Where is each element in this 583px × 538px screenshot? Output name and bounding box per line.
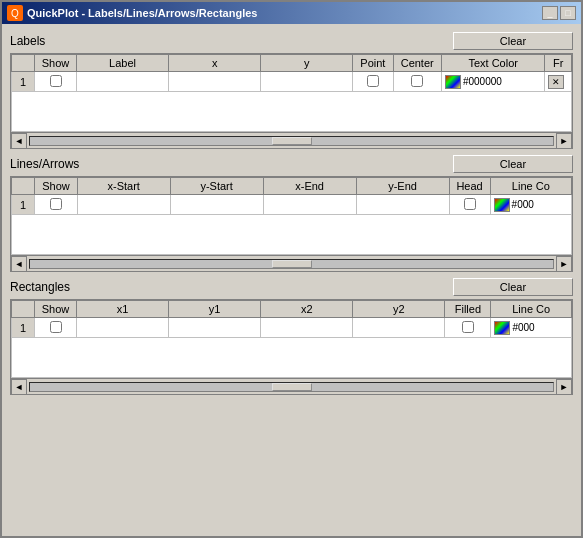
- labels-section: Labels Clear Show Label x y Point: [10, 32, 573, 149]
- rectangles-col-lineco: Line Co: [491, 301, 572, 318]
- lines-row1-yend-cell: [356, 195, 449, 215]
- labels-row1-x-cell: [169, 72, 261, 92]
- lines-col-xend: x-End: [263, 178, 356, 195]
- labels-row1-color-icon[interactable]: [445, 75, 461, 89]
- rectangles-scroll-left-button[interactable]: ◄: [11, 379, 27, 395]
- labels-col-num: [12, 55, 35, 72]
- labels-table-scroll: Show Label x y Point Center Text Color F…: [11, 54, 572, 132]
- maximize-button[interactable]: □: [560, 6, 576, 20]
- rectangles-table-scroll: Show x1 y1 x2 y2 Filled Line Co: [11, 300, 572, 378]
- labels-scroll-track[interactable]: [29, 136, 554, 146]
- lines-row1-xend-cell: [263, 195, 356, 215]
- rectangles-header-row: Show x1 y1 x2 y2 Filled Line Co: [12, 301, 572, 318]
- lines-scroll-left-button[interactable]: ◄: [11, 256, 27, 272]
- lines-row1-color-cell: #000: [490, 195, 571, 215]
- labels-clear-button[interactable]: Clear: [453, 32, 573, 50]
- rectangles-header: Rectangles Clear: [10, 278, 573, 296]
- lines-scrollbar: ◄ ►: [11, 255, 572, 271]
- lines-title: Lines/Arrows: [10, 157, 79, 171]
- labels-row1-point-cell: [353, 72, 393, 92]
- labels-row1-center-checkbox[interactable]: [411, 75, 423, 87]
- lines-scroll-thumb[interactable]: [272, 260, 312, 268]
- rectangles-row1-x2-cell: [261, 318, 353, 338]
- rectangles-row1-color-cell: #000: [491, 318, 572, 338]
- labels-scroll-thumb[interactable]: [272, 137, 312, 145]
- rectangles-row-1: 1: [12, 318, 572, 338]
- rectangles-row1-y1-cell: [169, 318, 261, 338]
- lines-col-head: Head: [449, 178, 490, 195]
- rectangles-row1-show-checkbox[interactable]: [50, 321, 62, 333]
- lines-col-show: Show: [35, 178, 77, 195]
- lines-row1-color-value: #000: [512, 199, 534, 210]
- minimize-button[interactable]: _: [542, 6, 558, 20]
- rectangles-row1-num: 1: [12, 318, 35, 338]
- rectangles-col-y2: y2: [353, 301, 445, 318]
- rectangles-section: Rectangles Clear Show x1 y1 x2 y2: [10, 278, 573, 395]
- labels-row-1: 1: [12, 72, 572, 92]
- labels-scrollbar: ◄ ►: [11, 132, 572, 148]
- rectangles-row1-color-container: #000: [494, 321, 568, 335]
- labels-row1-fr-cell: ✕: [545, 72, 572, 92]
- rectangles-col-x1: x1: [77, 301, 169, 318]
- labels-col-textcolor: Text Color: [441, 55, 545, 72]
- labels-row1-color-cell: #000000: [441, 72, 545, 92]
- rectangles-row1-color-value: #000: [512, 322, 534, 333]
- labels-col-x: x: [169, 55, 261, 72]
- lines-row1-color-icon[interactable]: [494, 198, 510, 212]
- lines-table: Show x-Start y-Start x-End y-End Head Li…: [11, 177, 572, 255]
- rectangles-title: Rectangles: [10, 280, 70, 294]
- lines-table-wrapper: Show x-Start y-Start x-End y-End Head Li…: [10, 176, 573, 272]
- rectangles-scroll-thumb[interactable]: [272, 383, 312, 391]
- rectangles-empty-row: [12, 338, 572, 378]
- app-icon: Q: [7, 5, 23, 21]
- labels-scroll-right-button[interactable]: ►: [556, 133, 572, 149]
- main-window: Q QuickPlot - Labels/Lines/Arrows/Rectan…: [0, 0, 583, 538]
- content-area: Labels Clear Show Label x y Point: [2, 24, 581, 536]
- lines-row1-head-cell: [449, 195, 490, 215]
- rectangles-col-x2: x2: [261, 301, 353, 318]
- lines-clear-button[interactable]: Clear: [453, 155, 573, 173]
- rectangles-empty-cell: [12, 338, 572, 378]
- rectangles-col-show: Show: [35, 301, 77, 318]
- window-title: QuickPlot - Labels/Lines/Arrows/Rectangl…: [27, 7, 257, 19]
- labels-col-y: y: [261, 55, 353, 72]
- rectangles-row1-show-cell: [35, 318, 77, 338]
- rectangles-scroll-track[interactable]: [29, 382, 554, 392]
- rectangles-row1-filled-cell: [445, 318, 491, 338]
- labels-col-label: Label: [77, 55, 169, 72]
- lines-empty-cell: [12, 215, 572, 255]
- lines-header-row: Show x-Start y-Start x-End y-End Head Li…: [12, 178, 572, 195]
- labels-col-show: Show: [35, 55, 77, 72]
- lines-row1-show-checkbox[interactable]: [50, 198, 62, 210]
- rectangles-row1-y2-cell: [353, 318, 445, 338]
- lines-empty-row: [12, 215, 572, 255]
- rectangles-row1-x1-cell: [77, 318, 169, 338]
- lines-row-1: 1: [12, 195, 572, 215]
- labels-row1-show-checkbox[interactable]: [50, 75, 62, 87]
- lines-row1-head-checkbox[interactable]: [464, 198, 476, 210]
- titlebar-buttons: _ □: [542, 6, 576, 20]
- lines-section: Lines/Arrows Clear Show x-Start y-Start …: [10, 155, 573, 272]
- rectangles-scrollbar: ◄ ►: [11, 378, 572, 394]
- rectangles-clear-button[interactable]: Clear: [453, 278, 573, 296]
- rectangles-scroll-right-button[interactable]: ►: [556, 379, 572, 395]
- lines-col-lineco: Line Co: [490, 178, 571, 195]
- rectangles-col-y1: y1: [169, 301, 261, 318]
- lines-row1-ystart-cell: [170, 195, 263, 215]
- labels-empty-row: [12, 92, 572, 132]
- labels-col-point: Point: [353, 55, 393, 72]
- lines-scroll-track[interactable]: [29, 259, 554, 269]
- labels-col-center: Center: [393, 55, 441, 72]
- rectangles-table-wrapper: Show x1 y1 x2 y2 Filled Line Co: [10, 299, 573, 395]
- rectangles-row1-color-icon[interactable]: [494, 321, 510, 335]
- labels-row1-point-checkbox[interactable]: [367, 75, 379, 87]
- labels-row1-color-container: #000000: [445, 75, 542, 89]
- rectangles-row1-filled-checkbox[interactable]: [462, 321, 474, 333]
- labels-scroll-left-button[interactable]: ◄: [11, 133, 27, 149]
- labels-row1-delete-button[interactable]: ✕: [548, 75, 564, 89]
- lines-scroll-right-button[interactable]: ►: [556, 256, 572, 272]
- labels-header: Labels Clear: [10, 32, 573, 50]
- titlebar-left: Q QuickPlot - Labels/Lines/Arrows/Rectan…: [7, 5, 257, 21]
- labels-header-row: Show Label x y Point Center Text Color F…: [12, 55, 572, 72]
- lines-row1-num: 1: [12, 195, 35, 215]
